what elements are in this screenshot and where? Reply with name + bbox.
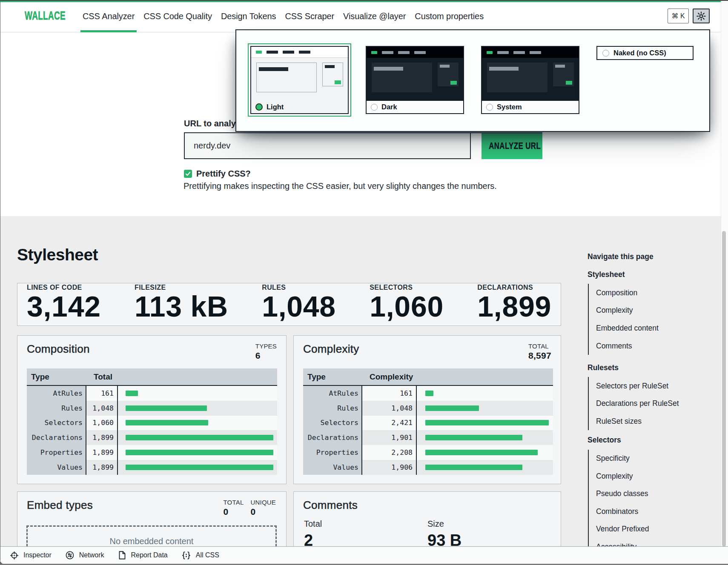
row-bar-cell bbox=[118, 401, 277, 416]
row-value: 1,899 bbox=[86, 460, 118, 475]
check-icon bbox=[185, 171, 191, 177]
mock-main-panel bbox=[372, 63, 432, 92]
bottombar-report-data[interactable]: Report Data bbox=[118, 551, 168, 560]
mock-side-panel bbox=[553, 63, 574, 86]
value-bar bbox=[126, 465, 273, 470]
toc-link-comments[interactable]: Comments bbox=[589, 337, 719, 355]
theme-option-naked[interactable]: Naked (no CSS) bbox=[596, 46, 694, 60]
table-row: Properties 1,899 bbox=[27, 445, 277, 460]
theme-option-dark[interactable]: Dark bbox=[366, 46, 464, 114]
bottombar-network[interactable]: Network bbox=[65, 551, 104, 560]
row-type: Rules bbox=[303, 401, 362, 416]
nav-design-tokens[interactable]: Design Tokens bbox=[221, 1, 276, 31]
stat-filesize: FILESIZE 113 kB bbox=[135, 284, 228, 325]
results-section: Stylesheet LINES OF CODE 3,142 FILESIZE … bbox=[0, 216, 721, 564]
table-row: Declarations 1,899 bbox=[27, 430, 277, 445]
wallace-logo[interactable]: WALLACE bbox=[25, 9, 52, 23]
embed-types-title: Embed types bbox=[27, 499, 93, 512]
kpi-label: TOTAL bbox=[223, 499, 244, 506]
table-row: Rules 1,048 bbox=[27, 401, 277, 416]
toc-link-ruleset-sizes[interactable]: RuleSet sizes bbox=[589, 413, 719, 431]
radio-dark[interactable] bbox=[371, 104, 378, 111]
bottombar-label: All CSS bbox=[196, 551, 219, 559]
toc-link-selectors-per-ruleset[interactable]: Selectors per RuleSet bbox=[589, 377, 719, 395]
window-frame-left bbox=[0, 0, 0, 564]
mock-topbar bbox=[367, 47, 463, 58]
theme-toggle-button[interactable] bbox=[693, 9, 710, 23]
radio-system[interactable] bbox=[486, 104, 493, 111]
kpi-label: TYPES bbox=[255, 342, 277, 350]
nav-label: Custom properties bbox=[415, 11, 484, 21]
toc-link-pseudo-classes[interactable]: Pseudo classes bbox=[589, 485, 719, 503]
theme-picker-dropdown: Light Dark bbox=[235, 29, 710, 132]
toc-link-complexity[interactable]: Complexity bbox=[589, 302, 719, 320]
toc-link-embedded-content[interactable]: Embedded content bbox=[589, 320, 719, 337]
nav-label: CSS Analyzer bbox=[83, 11, 135, 21]
toc-link-combinators[interactable]: Combinators bbox=[589, 502, 719, 520]
theme-option-system[interactable]: System bbox=[481, 46, 579, 114]
row-bar-cell bbox=[118, 416, 277, 431]
radio-naked[interactable] bbox=[602, 50, 609, 57]
mock-nav-item bbox=[283, 51, 294, 54]
mock-side-panel bbox=[438, 63, 459, 86]
brand-accent-strip bbox=[0, 1, 721, 2]
analyze-url-button[interactable]: ANALYZE URL bbox=[482, 133, 542, 159]
page: WALLACE CSS Analyzer CSS Code Quality De… bbox=[0, 0, 721, 564]
row-bar-cell bbox=[118, 430, 277, 445]
row-type: Rules bbox=[27, 401, 86, 416]
command-palette-button[interactable]: ⌘ K bbox=[668, 9, 689, 23]
kpi-value: 0 bbox=[250, 507, 276, 517]
row-bar-cell bbox=[118, 386, 277, 401]
mock-accent-rect bbox=[335, 80, 341, 84]
stat-selectors: SELECTORS 1,060 bbox=[370, 284, 444, 325]
main-nav: CSS Analyzer CSS Code Quality Design Tok… bbox=[83, 1, 484, 31]
toc-link-specificity[interactable]: Specificity bbox=[589, 450, 719, 468]
row-bar-cell bbox=[417, 445, 553, 460]
theme-option-light[interactable]: Light bbox=[250, 46, 349, 114]
mock-topbar bbox=[482, 47, 579, 58]
nav-visualize-layer[interactable]: Visualize @layer bbox=[343, 1, 406, 31]
bottombar-inspector[interactable]: Inspector bbox=[10, 551, 52, 560]
toc-link-selector-complexity[interactable]: Complexity bbox=[589, 467, 719, 485]
kpi-value: 0 bbox=[223, 507, 244, 517]
table-row: Selectors 2,421 bbox=[303, 416, 553, 431]
nav-custom-properties[interactable]: Custom properties bbox=[415, 1, 484, 31]
nav-css-code-quality[interactable]: CSS Code Quality bbox=[143, 1, 212, 31]
stat-rules: RULES 1,048 bbox=[262, 284, 336, 325]
url-input[interactable] bbox=[184, 133, 471, 159]
embed-kpi-total: TOTAL 0 bbox=[223, 499, 244, 517]
row-bar-cell bbox=[417, 416, 553, 431]
nav-css-scraper[interactable]: CSS Scraper bbox=[285, 1, 334, 31]
complexity-kpi: TOTAL 8,597 bbox=[528, 342, 551, 361]
bottombar-all-css[interactable]: All CSS bbox=[181, 551, 219, 560]
toc-link-vendor-prefixed[interactable]: Vendor Prefixed bbox=[589, 520, 719, 538]
table-row: Values 1,906 bbox=[303, 460, 553, 475]
mock-accent-rect bbox=[566, 81, 572, 85]
mock-text-bar bbox=[374, 67, 403, 71]
form-gap bbox=[471, 133, 482, 159]
prettify-label[interactable]: Prettify CSS? bbox=[196, 169, 251, 179]
radio-light[interactable] bbox=[255, 103, 263, 111]
toc-link-composition[interactable]: Composition bbox=[589, 284, 719, 302]
sun-icon bbox=[696, 11, 706, 21]
mock-content bbox=[251, 58, 348, 101]
mock-nav-item bbox=[299, 51, 310, 54]
prettify-row: Prettify CSS? bbox=[184, 169, 251, 179]
toc-link-rulesets[interactable]: Rulesets bbox=[588, 359, 719, 377]
row-value: 2,421 bbox=[362, 416, 417, 431]
theme-label: Naked (no CSS) bbox=[613, 49, 666, 57]
scrollbar-thumb[interactable] bbox=[722, 231, 726, 547]
row-value: 1,899 bbox=[86, 445, 118, 460]
toc-link-selectors[interactable]: Selectors bbox=[588, 431, 719, 449]
cstat-label: Total bbox=[304, 519, 427, 529]
table-row: Values 1,899 bbox=[27, 460, 277, 475]
prettify-checkbox[interactable] bbox=[184, 170, 192, 178]
nav-css-analyzer[interactable]: CSS Analyzer bbox=[83, 1, 135, 31]
page-scrollbar[interactable] bbox=[721, 1, 728, 564]
stat-value: 1,899 bbox=[477, 292, 551, 321]
toc-link-stylesheet[interactable]: Stylesheet bbox=[588, 266, 719, 284]
table-row: AtRules 161 bbox=[27, 386, 277, 401]
mock-nav-item bbox=[267, 51, 278, 54]
embed-kpi-unique: UNIQUE 0 bbox=[250, 499, 276, 517]
toc-link-declarations-per-ruleset[interactable]: Declarations per RuleSet bbox=[589, 395, 719, 413]
